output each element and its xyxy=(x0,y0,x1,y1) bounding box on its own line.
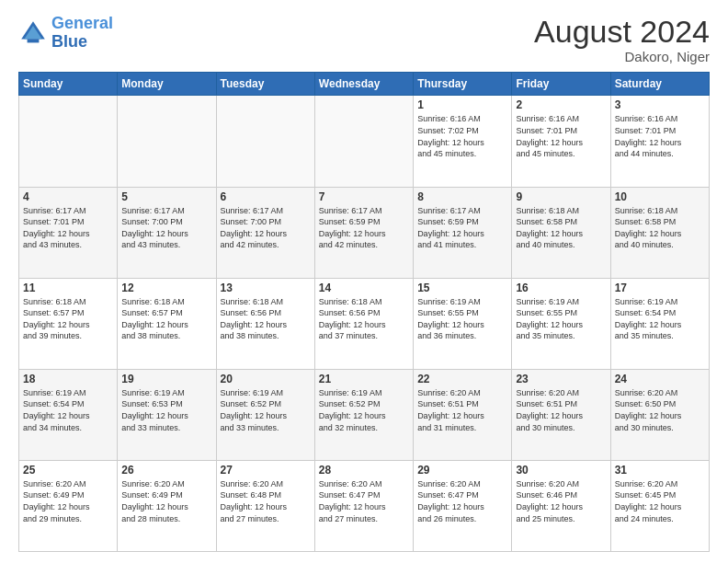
day-number: 29 xyxy=(417,464,507,477)
table-row: 12Sunrise: 6:18 AM Sunset: 6:57 PM Dayli… xyxy=(118,278,216,369)
day-info: Sunrise: 6:20 AM Sunset: 6:50 PM Dayligh… xyxy=(615,387,705,433)
day-number: 14 xyxy=(319,282,409,294)
table-row xyxy=(314,96,413,187)
logo-text: General Blue xyxy=(51,15,113,52)
table-row xyxy=(118,96,216,187)
table-row: 30Sunrise: 6:20 AM Sunset: 6:46 PM Dayli… xyxy=(512,460,610,551)
day-info: Sunrise: 6:17 AM Sunset: 7:00 PM Dayligh… xyxy=(121,205,211,251)
col-thursday: Thursday xyxy=(414,73,512,96)
day-info: Sunrise: 6:20 AM Sunset: 6:49 PM Dayligh… xyxy=(23,478,113,524)
col-tuesday: Tuesday xyxy=(216,73,314,96)
table-row: 8Sunrise: 6:17 AM Sunset: 6:59 PM Daylig… xyxy=(414,187,512,278)
col-friday: Friday xyxy=(512,73,610,96)
day-number: 1 xyxy=(417,98,507,111)
day-info: Sunrise: 6:17 AM Sunset: 7:01 PM Dayligh… xyxy=(23,205,113,251)
day-info: Sunrise: 6:17 AM Sunset: 6:59 PM Dayligh… xyxy=(319,205,409,251)
day-number: 3 xyxy=(615,98,705,111)
logo-blue: Blue xyxy=(51,32,87,51)
day-info: Sunrise: 6:18 AM Sunset: 6:58 PM Dayligh… xyxy=(615,205,705,251)
page: General Blue August 2024 Dakoro, Niger S… xyxy=(0,0,728,563)
location: Dakoro, Niger xyxy=(534,49,710,64)
day-info: Sunrise: 6:17 AM Sunset: 7:00 PM Dayligh… xyxy=(221,205,311,251)
table-row: 14Sunrise: 6:18 AM Sunset: 6:56 PM Dayli… xyxy=(314,278,413,369)
day-number: 23 xyxy=(516,373,606,385)
table-row: 29Sunrise: 6:20 AM Sunset: 6:47 PM Dayli… xyxy=(414,460,512,551)
day-info: Sunrise: 6:19 AM Sunset: 6:52 PM Dayligh… xyxy=(319,387,409,433)
col-saturday: Saturday xyxy=(610,73,709,96)
table-row: 20Sunrise: 6:19 AM Sunset: 6:52 PM Dayli… xyxy=(216,369,314,460)
day-info: Sunrise: 6:20 AM Sunset: 6:47 PM Dayligh… xyxy=(417,478,507,524)
table-row: 11Sunrise: 6:18 AM Sunset: 6:57 PM Dayli… xyxy=(19,278,118,369)
day-info: Sunrise: 6:18 AM Sunset: 6:56 PM Dayligh… xyxy=(221,296,311,342)
day-info: Sunrise: 6:19 AM Sunset: 6:53 PM Dayligh… xyxy=(121,387,211,433)
day-number: 15 xyxy=(417,282,507,294)
day-number: 28 xyxy=(319,464,409,477)
day-info: Sunrise: 6:16 AM Sunset: 7:01 PM Dayligh… xyxy=(615,113,705,159)
table-row: 28Sunrise: 6:20 AM Sunset: 6:47 PM Dayli… xyxy=(314,460,413,551)
table-row xyxy=(216,96,314,187)
day-info: Sunrise: 6:20 AM Sunset: 6:48 PM Dayligh… xyxy=(221,478,311,524)
day-number: 27 xyxy=(221,464,311,477)
day-number: 9 xyxy=(516,190,606,203)
day-number: 20 xyxy=(221,373,311,385)
day-number: 19 xyxy=(121,373,211,385)
table-row: 16Sunrise: 6:19 AM Sunset: 6:55 PM Dayli… xyxy=(512,278,610,369)
day-info: Sunrise: 6:18 AM Sunset: 6:57 PM Dayligh… xyxy=(23,296,113,342)
day-number: 6 xyxy=(221,190,311,203)
day-number: 30 xyxy=(516,464,606,477)
day-number: 18 xyxy=(23,373,113,385)
day-info: Sunrise: 6:18 AM Sunset: 6:57 PM Dayligh… xyxy=(121,296,211,342)
table-row: 27Sunrise: 6:20 AM Sunset: 6:48 PM Dayli… xyxy=(216,460,314,551)
day-info: Sunrise: 6:20 AM Sunset: 6:51 PM Dayligh… xyxy=(516,387,606,433)
day-info: Sunrise: 6:20 AM Sunset: 6:46 PM Dayligh… xyxy=(516,478,606,524)
day-number: 26 xyxy=(121,464,211,477)
day-info: Sunrise: 6:16 AM Sunset: 7:02 PM Dayligh… xyxy=(417,113,507,159)
calendar-week-5: 25Sunrise: 6:20 AM Sunset: 6:49 PM Dayli… xyxy=(19,460,710,551)
day-number: 11 xyxy=(23,282,113,294)
table-row xyxy=(19,96,118,187)
calendar-week-3: 11Sunrise: 6:18 AM Sunset: 6:57 PM Dayli… xyxy=(19,278,710,369)
calendar-week-1: 1Sunrise: 6:16 AM Sunset: 7:02 PM Daylig… xyxy=(19,96,710,187)
day-number: 2 xyxy=(516,98,606,111)
day-number: 13 xyxy=(221,282,311,294)
day-number: 17 xyxy=(615,282,705,294)
table-row: 18Sunrise: 6:19 AM Sunset: 6:54 PM Dayli… xyxy=(19,369,118,460)
day-info: Sunrise: 6:20 AM Sunset: 6:51 PM Dayligh… xyxy=(417,387,507,433)
table-row: 21Sunrise: 6:19 AM Sunset: 6:52 PM Dayli… xyxy=(314,369,413,460)
month-year: August 2024 xyxy=(534,15,710,49)
table-row: 4Sunrise: 6:17 AM Sunset: 7:01 PM Daylig… xyxy=(19,187,118,278)
table-row: 31Sunrise: 6:20 AM Sunset: 6:45 PM Dayli… xyxy=(610,460,709,551)
table-row: 23Sunrise: 6:20 AM Sunset: 6:51 PM Dayli… xyxy=(512,369,610,460)
day-number: 12 xyxy=(121,282,211,294)
day-number: 25 xyxy=(23,464,113,477)
day-number: 4 xyxy=(23,190,113,203)
table-row: 10Sunrise: 6:18 AM Sunset: 6:58 PM Dayli… xyxy=(610,187,709,278)
logo-general: General xyxy=(51,14,113,32)
calendar: Sunday Monday Tuesday Wednesday Thursday… xyxy=(18,72,710,552)
col-sunday: Sunday xyxy=(19,73,118,96)
header: General Blue August 2024 Dakoro, Niger xyxy=(18,15,710,64)
table-row: 6Sunrise: 6:17 AM Sunset: 7:00 PM Daylig… xyxy=(216,187,314,278)
day-info: Sunrise: 6:16 AM Sunset: 7:01 PM Dayligh… xyxy=(516,113,606,159)
day-number: 31 xyxy=(615,464,705,477)
day-info: Sunrise: 6:18 AM Sunset: 6:56 PM Dayligh… xyxy=(319,296,409,342)
svg-rect-2 xyxy=(28,39,40,42)
table-row: 3Sunrise: 6:16 AM Sunset: 7:01 PM Daylig… xyxy=(610,96,709,187)
table-row: 1Sunrise: 6:16 AM Sunset: 7:02 PM Daylig… xyxy=(414,96,512,187)
day-number: 8 xyxy=(417,190,507,203)
table-row: 22Sunrise: 6:20 AM Sunset: 6:51 PM Dayli… xyxy=(414,369,512,460)
col-wednesday: Wednesday xyxy=(314,73,413,96)
day-number: 16 xyxy=(516,282,606,294)
day-number: 5 xyxy=(121,190,211,203)
logo: General Blue xyxy=(18,15,113,52)
day-info: Sunrise: 6:19 AM Sunset: 6:54 PM Dayligh… xyxy=(23,387,113,433)
table-row: 2Sunrise: 6:16 AM Sunset: 7:01 PM Daylig… xyxy=(512,96,610,187)
table-row: 7Sunrise: 6:17 AM Sunset: 6:59 PM Daylig… xyxy=(314,187,413,278)
day-info: Sunrise: 6:17 AM Sunset: 6:59 PM Dayligh… xyxy=(417,205,507,251)
table-row: 5Sunrise: 6:17 AM Sunset: 7:00 PM Daylig… xyxy=(118,187,216,278)
day-number: 21 xyxy=(319,373,409,385)
table-row: 26Sunrise: 6:20 AM Sunset: 6:49 PM Dayli… xyxy=(118,460,216,551)
day-info: Sunrise: 6:19 AM Sunset: 6:52 PM Dayligh… xyxy=(221,387,311,433)
title-block: August 2024 Dakoro, Niger xyxy=(534,15,710,64)
table-row: 24Sunrise: 6:20 AM Sunset: 6:50 PM Dayli… xyxy=(610,369,709,460)
